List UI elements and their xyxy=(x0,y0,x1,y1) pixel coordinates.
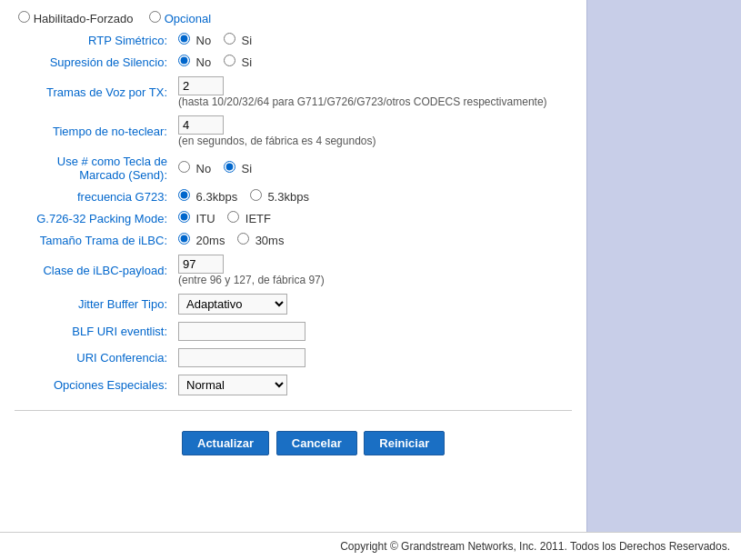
top-radio-row: Habilitado-Forzado Opcional xyxy=(9,7,577,29)
supresion-no-radio[interactable] xyxy=(178,55,190,66)
jitter-select[interactable]: Adaptativo Fijo xyxy=(178,294,287,315)
g723-radio-group: 6.3kbps 5.3kbps xyxy=(178,189,572,204)
sidebar xyxy=(586,0,741,532)
main-content: Habilitado-Forzado Opcional RTP Simétric… xyxy=(0,0,741,532)
g726-label: G.726-32 Packing Mode: xyxy=(9,207,173,229)
g723-value: 6.3kbps 5.3kbps xyxy=(173,185,577,207)
g723-row: frecuencia G723: 6.3kbps 5.3kbps xyxy=(9,185,577,207)
tiempo-value: (en segundos, de fábrica es 4 segundos) xyxy=(173,112,577,151)
opciones-select[interactable]: Normal Personalizado xyxy=(178,375,287,395)
ilbc-trama-row: Tamaño Trama de iLBC: 20ms 30ms xyxy=(9,229,577,251)
supresion-si-option[interactable]: Si xyxy=(224,55,252,69)
reiniciar-button[interactable]: Reiniciar xyxy=(364,431,445,455)
g726-itu-option[interactable]: ITU xyxy=(178,212,218,225)
clase-ilbc-row: Clase de iLBC-payload: (entre 96 y 127, … xyxy=(9,251,577,290)
clase-ilbc-input[interactable] xyxy=(178,255,224,274)
rtp-no-radio[interactable] xyxy=(178,33,190,45)
hash-si-radio[interactable] xyxy=(224,161,235,173)
jitter-value: Adaptativo Fijo xyxy=(173,290,577,318)
opciones-row: Opciones Especiales: Normal Personalizad… xyxy=(9,371,577,399)
tiempo-row: Tiempo de no-teclear: (en segundos, de f… xyxy=(9,112,577,151)
uri-conf-label: URI Conferencia: xyxy=(9,345,173,371)
actualizar-button[interactable]: Actualizar xyxy=(182,431,269,455)
divider-line xyxy=(15,410,572,411)
g726-radio-group: ITU IETF xyxy=(178,211,572,225)
ilbc-trama-value: 20ms 30ms xyxy=(173,229,577,251)
opcional-radio[interactable] xyxy=(149,11,161,23)
g723-53-option[interactable]: 5.3kbps xyxy=(250,190,309,204)
form-table: RTP Simétrico: No Si xyxy=(9,29,577,422)
rtp-radio-group: No Si xyxy=(178,33,572,47)
supresion-label: Supresión de Silencio: xyxy=(9,51,173,73)
rtp-label: RTP Simétrico: xyxy=(9,29,173,51)
form-area: Habilitado-Forzado Opcional RTP Simétric… xyxy=(0,0,586,532)
ilbc-30ms-option[interactable]: 30ms xyxy=(237,234,284,247)
page-wrapper: Habilitado-Forzado Opcional RTP Simétric… xyxy=(0,0,741,560)
ilbc-20ms-option[interactable]: 20ms xyxy=(178,234,228,247)
g723-53-radio[interactable] xyxy=(250,189,262,201)
hash-row: Use # como Tecla deMarcado (Send): No Si xyxy=(9,151,577,185)
g726-ietf-option[interactable]: IETF xyxy=(227,212,271,225)
jitter-label: Jitter Buffer Tipo: xyxy=(9,290,173,318)
tiempo-label: Tiempo de no-teclear: xyxy=(9,112,173,151)
divider-cell xyxy=(9,399,577,422)
footer-text: Copyright © Grandstream Networks, Inc. 2… xyxy=(340,540,730,553)
opciones-label: Opciones Especiales: xyxy=(9,371,173,399)
g723-label: frecuencia G723: xyxy=(9,185,173,207)
cancelar-button[interactable]: Cancelar xyxy=(276,431,357,455)
supresion-row: Supresión de Silencio: No Si xyxy=(9,51,577,73)
tiempo-hint: (en segundos, de fábrica es 4 segundos) xyxy=(178,135,572,147)
ilbc-trama-radio-group: 20ms 30ms xyxy=(178,233,572,247)
tramas-hint: (hasta 10/20/32/64 para G711/G726/G723/o… xyxy=(178,95,572,108)
hash-no-radio[interactable] xyxy=(178,161,190,173)
tramas-row: Tramas de Voz por TX: (hasta 10/20/32/64… xyxy=(9,73,577,112)
g726-ietf-radio[interactable] xyxy=(227,211,239,223)
g726-value: ITU IETF xyxy=(173,207,577,229)
rtp-row: RTP Simétrico: No Si xyxy=(9,29,577,51)
opcional-option[interactable]: Opcional xyxy=(149,12,211,25)
rtp-value: No Si xyxy=(173,29,577,51)
opciones-value: Normal Personalizado xyxy=(173,371,577,399)
rtp-si-radio[interactable] xyxy=(224,33,235,45)
hash-no-option[interactable]: No xyxy=(178,162,215,175)
tramas-label: Tramas de Voz por TX: xyxy=(9,73,173,112)
supresion-radio-group: No Si xyxy=(178,55,572,69)
uri-conf-input[interactable] xyxy=(178,348,305,367)
tramas-value: (hasta 10/20/32/64 para G711/G726/G723/o… xyxy=(173,73,577,112)
habilitado-radio[interactable] xyxy=(18,11,30,23)
blf-input[interactable] xyxy=(178,322,305,341)
rtp-no-option[interactable]: No xyxy=(178,34,215,47)
ilbc-20ms-radio[interactable] xyxy=(178,233,190,245)
rtp-si-option[interactable]: Si xyxy=(224,34,252,47)
g723-63-option[interactable]: 6.3kbps xyxy=(178,190,241,204)
blf-row: BLF URI eventlist: xyxy=(9,318,577,345)
habilitado-label: Habilitado-Forzado xyxy=(34,12,134,25)
blf-label: BLF URI eventlist: xyxy=(9,318,173,345)
button-row: Actualizar Cancelar Reiniciar xyxy=(9,422,577,465)
ilbc-30ms-radio[interactable] xyxy=(237,233,249,245)
supresion-no-option[interactable]: No xyxy=(178,55,215,69)
clase-ilbc-hint: (entre 96 y 127, de fábrica 97) xyxy=(178,274,572,286)
hash-si-option[interactable]: Si xyxy=(224,162,252,175)
hash-radio-group: No Si xyxy=(178,161,572,175)
g726-itu-radio[interactable] xyxy=(178,211,190,223)
footer: Copyright © Grandstream Networks, Inc. 2… xyxy=(0,532,741,560)
habilitado-option[interactable]: Habilitado-Forzado xyxy=(18,12,136,25)
tiempo-input[interactable] xyxy=(178,115,224,135)
ilbc-trama-label: Tamaño Trama de iLBC: xyxy=(9,229,173,251)
blf-value xyxy=(173,318,577,345)
tramas-input[interactable] xyxy=(178,76,224,95)
uri-conf-value xyxy=(173,345,577,371)
hash-value: No Si xyxy=(173,151,577,185)
supresion-si-radio[interactable] xyxy=(224,55,235,66)
hash-label: Use # como Tecla deMarcado (Send): xyxy=(9,151,173,185)
g726-row: G.726-32 Packing Mode: ITU IETF xyxy=(9,207,577,229)
uri-conf-row: URI Conferencia: xyxy=(9,345,577,371)
clase-ilbc-label: Clase de iLBC-payload: xyxy=(9,251,173,290)
clase-ilbc-value: (entre 96 y 127, de fábrica 97) xyxy=(173,251,577,290)
jitter-row: Jitter Buffer Tipo: Adaptativo Fijo xyxy=(9,290,577,318)
opcional-label: Opcional xyxy=(165,12,211,25)
g723-63-radio[interactable] xyxy=(178,189,190,201)
supresion-value: No Si xyxy=(173,51,577,73)
divider-row xyxy=(9,399,577,422)
